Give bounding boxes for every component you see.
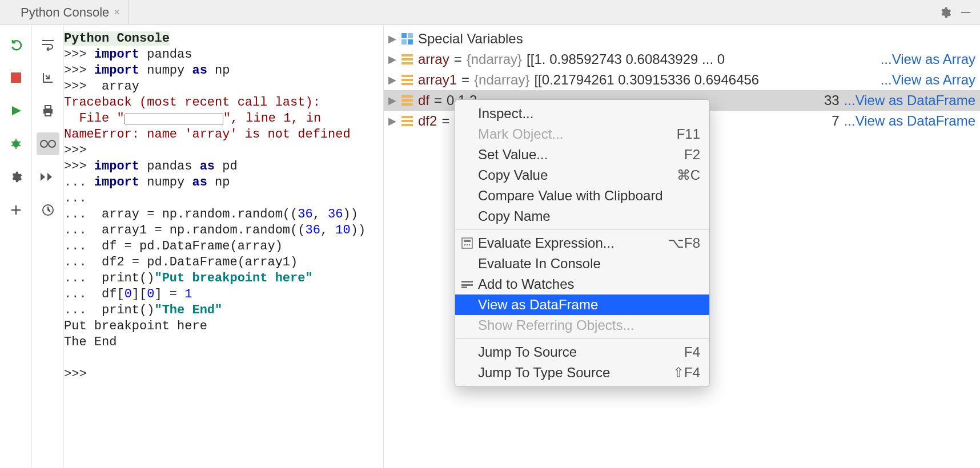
menu-item-jump-to-source[interactable]: Jump To SourceF4 (455, 342, 709, 362)
svg-rect-32 (461, 287, 467, 288)
tab-python-console[interactable]: Python Console × (13, 0, 128, 25)
calculator-icon (461, 238, 473, 248)
history-button[interactable] (37, 199, 59, 221)
list-icon (401, 115, 413, 127)
menu-label: Set Value... (478, 147, 548, 163)
svg-point-6 (41, 140, 47, 147)
svg-rect-31 (461, 284, 473, 286)
browse-history-button[interactable] (37, 166, 59, 188)
svg-rect-19 (401, 95, 413, 98)
console-output[interactable]: Python Console >>> import pandas >>> imp… (64, 25, 384, 468)
print-button[interactable] (37, 99, 59, 122)
menu-label: Evaluate Expression... (478, 235, 614, 251)
menu-item-copy-name[interactable]: Copy Name (455, 206, 709, 227)
menu-shortcut: F2 (684, 147, 700, 163)
svg-rect-24 (401, 124, 413, 126)
var-name: df2 (418, 113, 437, 129)
tab-bar: Python Console × (0, 0, 980, 25)
close-icon[interactable]: × (114, 6, 120, 18)
console-settings-button[interactable] (5, 166, 27, 188)
svg-rect-10 (408, 33, 413, 38)
svg-rect-5 (45, 112, 51, 116)
view-as-link[interactable]: ...View as DataFrame (844, 92, 975, 108)
svg-rect-16 (401, 75, 413, 77)
svg-rect-9 (401, 33, 407, 38)
menu-item-compare-value-with-clipboard[interactable]: Compare Value with Clipboard (455, 185, 709, 206)
svg-rect-13 (401, 54, 413, 57)
var-name: df (418, 92, 429, 108)
menu-item-evaluate-in-console[interactable]: Evaluate In Console (455, 253, 709, 274)
menu-shortcut: F4 (684, 344, 700, 360)
menu-label: Compare Value with Clipboard (478, 188, 663, 204)
menu-shortcut: ⌥F8 (668, 235, 700, 251)
menu-item-jump-to-type-source[interactable]: Jump To Type Source⇧F4 (455, 362, 709, 383)
scroll-to-end-button[interactable] (37, 66, 59, 89)
menu-item-evaluate-expression[interactable]: Evaluate Expression...⌥F8 (455, 233, 709, 253)
soft-wrap-button[interactable] (37, 33, 59, 56)
svg-rect-11 (401, 39, 407, 45)
gear-icon[interactable] (939, 6, 951, 19)
special-variables-row[interactable]: ▶ Special Variables (384, 29, 980, 49)
menu-label: Jump To Type Source (478, 365, 610, 381)
svg-rect-20 (401, 99, 413, 102)
menu-label: View as DataFrame (478, 297, 598, 313)
menu-label: Inspect... (478, 106, 533, 122)
svg-rect-12 (408, 39, 413, 45)
main-region: Python Console >>> import pandas >>> imp… (0, 25, 980, 468)
list-icon (401, 94, 413, 107)
svg-rect-30 (461, 281, 473, 283)
svg-rect-18 (401, 83, 413, 85)
menu-label: Copy Name (478, 208, 551, 224)
tab-label: Python Console (21, 5, 109, 20)
svg-rect-26 (464, 240, 471, 242)
variable-row-array1[interactable]: ▶array1 = {ndarray} [[0.21794261 0.30915… (384, 70, 980, 90)
view-as-link[interactable]: ...View as Array (881, 51, 975, 67)
grid-icon (401, 33, 413, 45)
menu-item-view-as-dataframe[interactable]: View as DataFrame (455, 294, 709, 315)
view-as-link[interactable]: ...View as Array (881, 72, 975, 88)
menu-shortcut: ⇧F4 (673, 365, 700, 381)
menu-item-set-value[interactable]: Set Value...F2 (455, 144, 709, 165)
menu-label: Copy Value (478, 167, 548, 183)
run-toolbar (0, 25, 32, 468)
console-toolbar (32, 25, 64, 468)
menu-item-inspect[interactable]: Inspect... (455, 103, 709, 124)
menu-label: Add to Watches (478, 276, 575, 292)
var-name: array (418, 51, 449, 67)
view-as-link[interactable]: ...View as DataFrame (844, 113, 975, 129)
svg-rect-0 (961, 12, 971, 13)
svg-rect-4 (45, 106, 51, 109)
svg-rect-22 (401, 116, 413, 118)
special-variables-label: Special Variables (418, 31, 523, 47)
context-menu: Inspect...Mark Object...F11Set Value...F… (455, 99, 710, 387)
variable-row-array[interactable]: ▶array = {ndarray} [[1. 0.98592743 0.608… (384, 49, 980, 70)
watches-icon (461, 280, 473, 289)
svg-rect-21 (401, 103, 413, 106)
stop-button[interactable] (5, 66, 27, 89)
add-button[interactable] (5, 199, 27, 221)
list-icon (401, 74, 413, 86)
menu-item-mark-object: Mark Object...F11 (455, 124, 709, 144)
menu-shortcut: F11 (677, 126, 700, 142)
chevron-right-icon: ▶ (388, 115, 396, 127)
rerun-button[interactable] (5, 33, 27, 56)
svg-rect-14 (401, 58, 413, 60)
run-button[interactable] (5, 99, 27, 122)
svg-point-29 (469, 244, 471, 246)
list-icon (401, 53, 413, 66)
variables-panel: ▶ Special Variables ▶array = {ndarray} [… (384, 25, 980, 468)
debug-button[interactable] (5, 132, 27, 155)
show-variables-button[interactable] (37, 132, 59, 155)
svg-rect-23 (401, 120, 413, 122)
chevron-right-icon: ▶ (388, 74, 396, 86)
svg-point-7 (49, 140, 55, 147)
svg-rect-17 (401, 79, 413, 81)
svg-point-2 (13, 140, 19, 147)
svg-point-27 (464, 244, 466, 246)
menu-item-copy-value[interactable]: Copy Value⌘C (455, 165, 709, 185)
chevron-right-icon: ▶ (388, 33, 396, 45)
menu-item-add-to-watches[interactable]: Add to Watches (455, 274, 709, 294)
minimize-icon[interactable] (959, 6, 972, 19)
var-name: array1 (418, 72, 457, 88)
menu-label: Show Referring Objects... (478, 317, 634, 333)
